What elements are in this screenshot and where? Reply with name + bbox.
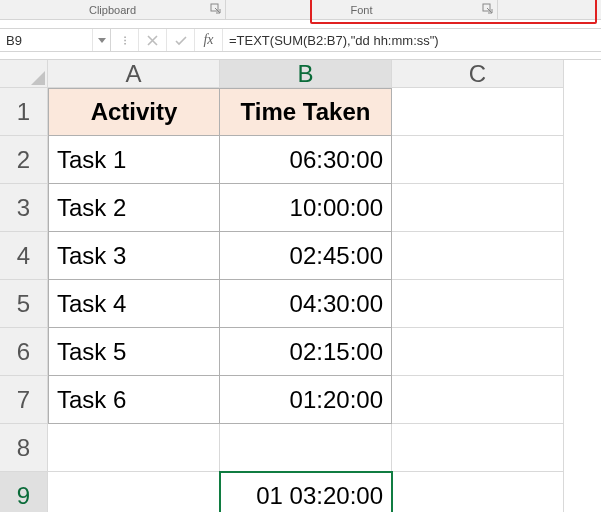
dialog-launcher-icon[interactable] <box>482 3 494 15</box>
cell-C5[interactable] <box>392 280 564 328</box>
name-box-dropdown-icon[interactable] <box>92 29 110 51</box>
formula-text: =TEXT(SUM(B2:B7),"dd hh:mm:ss") <box>229 33 439 48</box>
cell-B5[interactable]: 04:30:00 <box>220 280 392 328</box>
cell-A4[interactable]: Task 3 <box>48 232 220 280</box>
name-box[interactable]: B9 <box>0 29 92 51</box>
formula-input[interactable]: =TEXT(SUM(B2:B7),"dd hh:mm:ss") <box>223 29 601 51</box>
cell-B4[interactable]: 02:45:00 <box>220 232 392 280</box>
dialog-launcher-icon[interactable] <box>210 3 222 15</box>
cell-A5[interactable]: Task 4 <box>48 280 220 328</box>
row-header-9[interactable]: 9 <box>0 472 48 512</box>
cell-A6[interactable]: Task 5 <box>48 328 220 376</box>
cell-B7[interactable]: 01:20:00 <box>220 376 392 424</box>
cell-B3[interactable]: 10:00:00 <box>220 184 392 232</box>
row-header-8[interactable]: 8 <box>0 424 48 472</box>
spacer: ⁝ <box>111 29 139 51</box>
row-header-6[interactable]: 6 <box>0 328 48 376</box>
row-header-2[interactable]: 2 <box>0 136 48 184</box>
cell-A1[interactable]: Activity <box>48 88 220 136</box>
ribbon-group-strip: Clipboard Font <box>0 0 601 20</box>
insert-function-icon[interactable]: fx <box>195 29 223 51</box>
enter-formula-icon[interactable] <box>167 29 195 51</box>
row-header-4[interactable]: 4 <box>0 232 48 280</box>
cell-B6[interactable]: 02:15:00 <box>220 328 392 376</box>
cell-A9[interactable] <box>48 472 220 512</box>
cell-C9[interactable] <box>392 472 564 512</box>
cell-C7[interactable] <box>392 376 564 424</box>
cell-B2[interactable]: 06:30:00 <box>220 136 392 184</box>
cancel-formula-icon[interactable] <box>139 29 167 51</box>
select-all-corner[interactable] <box>0 60 48 88</box>
cell-A8[interactable] <box>48 424 220 472</box>
cell-B9-value: 01 03:20:00 <box>256 482 383 510</box>
column-header-A[interactable]: A <box>48 60 220 88</box>
cell-C1[interactable] <box>392 88 564 136</box>
ribbon-group-font: Font <box>350 4 372 16</box>
column-header-C[interactable]: C <box>392 60 564 88</box>
cell-C2[interactable] <box>392 136 564 184</box>
row-header-1[interactable]: 1 <box>0 88 48 136</box>
row-header-5[interactable]: 5 <box>0 280 48 328</box>
cell-A7[interactable]: Task 6 <box>48 376 220 424</box>
cell-C8[interactable] <box>392 424 564 472</box>
cell-C3[interactable] <box>392 184 564 232</box>
cell-A2[interactable]: Task 1 <box>48 136 220 184</box>
row-header-7[interactable]: 7 <box>0 376 48 424</box>
ribbon-group-clipboard: Clipboard <box>89 4 136 16</box>
column-header-B[interactable]: B <box>220 60 392 88</box>
cell-B1[interactable]: Time Taken <box>220 88 392 136</box>
spreadsheet-grid[interactable]: A B C 1 Activity Time Taken 2 Task 1 06:… <box>0 60 601 512</box>
formula-bar: B9 ⁝ fx =TEXT(SUM(B2:B7),"dd hh:mm:ss") <box>0 28 601 52</box>
row-header-3[interactable]: 3 <box>0 184 48 232</box>
cell-B9[interactable]: 01 03:20:00 <box>220 472 392 512</box>
cell-C4[interactable] <box>392 232 564 280</box>
cell-B8[interactable] <box>220 424 392 472</box>
cell-A3[interactable]: Task 2 <box>48 184 220 232</box>
cell-C6[interactable] <box>392 328 564 376</box>
